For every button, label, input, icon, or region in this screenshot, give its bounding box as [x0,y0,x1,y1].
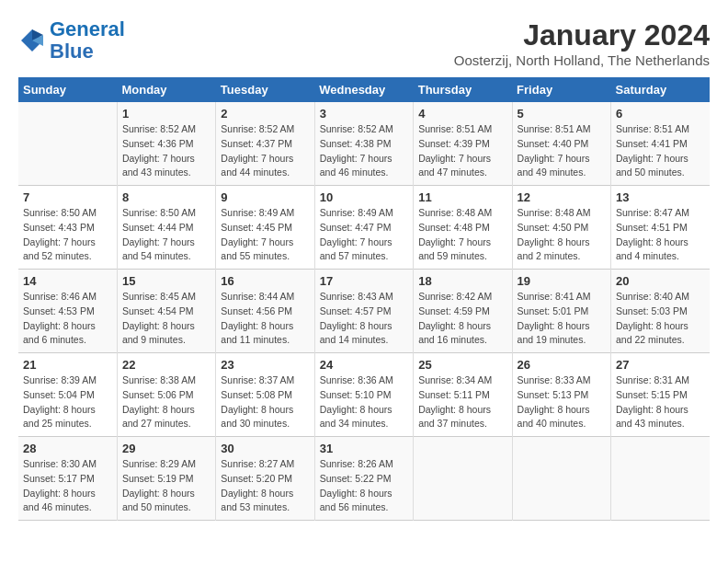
cell-week1-day6: 5Sunrise: 8:51 AMSunset: 4:40 PMDaylight… [512,102,610,186]
day-info: Sunrise: 8:51 AMSunset: 4:41 PMDaylight:… [616,122,705,180]
cell-week3-day7: 20Sunrise: 8:40 AMSunset: 5:03 PMDayligh… [611,270,710,353]
cell-week3-day4: 17Sunrise: 8:43 AMSunset: 4:57 PMDayligh… [314,270,413,353]
day-info: Sunrise: 8:46 AMSunset: 4:53 PMDaylight:… [23,290,112,348]
day-info: Sunrise: 8:42 AMSunset: 4:59 PMDaylight:… [418,290,506,348]
day-number: 2 [221,107,309,121]
week-row-5: 28Sunrise: 8:30 AMSunset: 5:17 PMDayligh… [18,437,710,521]
header-thursday: Thursday [414,77,512,102]
cell-week2-day7: 13Sunrise: 8:47 AMSunset: 4:51 PMDayligh… [611,186,710,270]
day-number: 29 [122,442,210,455]
day-number: 14 [23,274,112,288]
header-wednesday: Wednesday [314,77,413,102]
day-number: 6 [616,107,705,121]
day-number: 30 [221,442,309,455]
day-info: Sunrise: 8:40 AMSunset: 5:03 PMDaylight:… [616,290,705,348]
day-info: Sunrise: 8:30 AMSunset: 5:17 PMDaylight:… [23,457,112,515]
day-number: 7 [23,190,112,204]
cell-week2-day4: 10Sunrise: 8:49 AMSunset: 4:47 PMDayligh… [314,186,413,270]
day-number: 13 [616,190,705,204]
day-info: Sunrise: 8:27 AMSunset: 5:20 PMDaylight:… [221,457,309,515]
day-number: 22 [122,358,210,372]
day-number: 4 [418,107,506,121]
day-info: Sunrise: 8:50 AMSunset: 4:44 PMDaylight:… [122,206,210,264]
cell-week5-day1: 28Sunrise: 8:30 AMSunset: 5:17 PMDayligh… [18,437,117,521]
day-info: Sunrise: 8:49 AMSunset: 4:45 PMDaylight:… [221,206,309,264]
day-number: 15 [122,274,210,288]
day-info: Sunrise: 8:47 AMSunset: 4:51 PMDaylight:… [616,206,705,264]
cell-week3-day5: 18Sunrise: 8:42 AMSunset: 4:59 PMDayligh… [414,270,512,353]
cell-week5-day3: 30Sunrise: 8:27 AMSunset: 5:20 PMDayligh… [216,437,314,521]
week-row-3: 14Sunrise: 8:46 AMSunset: 4:53 PMDayligh… [18,270,710,353]
day-number: 21 [23,358,112,372]
cell-week1-day3: 2Sunrise: 8:52 AMSunset: 4:37 PMDaylight… [216,102,314,186]
header-saturday: Saturday [611,77,710,102]
cell-week1-day7: 6Sunrise: 8:51 AMSunset: 4:41 PMDaylight… [611,102,710,186]
day-number: 17 [320,274,408,288]
header-friday: Friday [512,77,610,102]
day-number: 24 [320,358,408,372]
day-info: Sunrise: 8:33 AMSunset: 5:13 PMDaylight:… [518,373,606,431]
header-monday: Monday [117,77,215,102]
day-number: 23 [221,358,309,372]
header-tuesday: Tuesday [216,77,314,102]
day-info: Sunrise: 8:29 AMSunset: 5:19 PMDaylight:… [122,457,210,515]
day-number: 8 [122,190,210,204]
day-number: 16 [221,274,309,288]
logo: General Blue [18,18,125,63]
day-info: Sunrise: 8:41 AMSunset: 5:01 PMDaylight:… [518,290,606,348]
day-number: 5 [518,107,606,121]
header-sunday: Sunday [18,77,117,102]
header-row: SundayMondayTuesdayWednesdayThursdayFrid… [18,77,710,102]
day-info: Sunrise: 8:51 AMSunset: 4:40 PMDaylight:… [518,122,606,180]
day-info: Sunrise: 8:31 AMSunset: 5:15 PMDaylight:… [616,373,705,431]
cell-week3-day1: 14Sunrise: 8:46 AMSunset: 4:53 PMDayligh… [18,270,117,353]
day-info: Sunrise: 8:26 AMSunset: 5:22 PMDaylight:… [320,457,408,515]
day-info: Sunrise: 8:39 AMSunset: 5:04 PMDaylight:… [23,373,112,431]
day-number: 18 [418,274,506,288]
day-info: Sunrise: 8:44 AMSunset: 4:56 PMDaylight:… [221,290,309,348]
cell-week3-day2: 15Sunrise: 8:45 AMSunset: 4:54 PMDayligh… [117,270,215,353]
day-number: 11 [418,190,506,204]
cell-week3-day6: 19Sunrise: 8:41 AMSunset: 5:01 PMDayligh… [512,270,610,353]
day-number: 12 [518,190,606,204]
day-info: Sunrise: 8:52 AMSunset: 4:37 PMDaylight:… [221,122,309,180]
cell-week5-day2: 29Sunrise: 8:29 AMSunset: 5:19 PMDayligh… [117,437,215,521]
day-info: Sunrise: 8:45 AMSunset: 4:54 PMDaylight:… [122,290,210,348]
cell-week4-day5: 25Sunrise: 8:34 AMSunset: 5:11 PMDayligh… [414,353,512,437]
day-number: 26 [518,358,606,372]
day-info: Sunrise: 8:51 AMSunset: 4:39 PMDaylight:… [418,122,506,180]
week-row-1: 1Sunrise: 8:52 AMSunset: 4:36 PMDaylight… [18,102,710,186]
cell-week1-day4: 3Sunrise: 8:52 AMSunset: 4:38 PMDaylight… [314,102,413,186]
cell-week2-day3: 9Sunrise: 8:49 AMSunset: 4:45 PMDaylight… [216,186,314,270]
day-info: Sunrise: 8:48 AMSunset: 4:48 PMDaylight:… [418,206,506,264]
day-number: 31 [320,442,408,455]
cell-week4-day7: 27Sunrise: 8:31 AMSunset: 5:15 PMDayligh… [611,353,710,437]
day-info: Sunrise: 8:38 AMSunset: 5:06 PMDaylight:… [122,373,210,431]
page-header: General Blue January 2024 Oosterzij, Nor… [18,18,710,68]
cell-week1-day5: 4Sunrise: 8:51 AMSunset: 4:39 PMDaylight… [414,102,512,186]
calendar-table: SundayMondayTuesdayWednesdayThursdayFrid… [18,77,710,521]
day-number: 25 [418,358,506,372]
day-info: Sunrise: 8:37 AMSunset: 5:08 PMDaylight:… [221,373,309,431]
title-block: January 2024 Oosterzij, North Holland, T… [454,18,710,68]
cell-week1-day2: 1Sunrise: 8:52 AMSunset: 4:36 PMDaylight… [117,102,215,186]
day-info: Sunrise: 8:50 AMSunset: 4:43 PMDaylight:… [23,206,112,264]
day-info: Sunrise: 8:52 AMSunset: 4:38 PMDaylight:… [320,122,408,180]
day-number: 9 [221,190,309,204]
cell-week2-day6: 12Sunrise: 8:48 AMSunset: 4:50 PMDayligh… [512,186,610,270]
cell-week3-day3: 16Sunrise: 8:44 AMSunset: 4:56 PMDayligh… [216,270,314,353]
day-number: 10 [320,190,408,204]
cell-week5-day5 [414,437,512,521]
logo-icon [18,27,46,54]
day-info: Sunrise: 8:34 AMSunset: 5:11 PMDaylight:… [418,373,506,431]
day-info: Sunrise: 8:48 AMSunset: 4:50 PMDaylight:… [518,206,606,264]
logo-text: General Blue [50,18,125,63]
day-number: 19 [518,274,606,288]
cell-week5-day6 [512,437,610,521]
day-number: 1 [122,107,210,121]
cell-week2-day1: 7Sunrise: 8:50 AMSunset: 4:43 PMDaylight… [18,186,117,270]
logo-line2: Blue [50,40,94,63]
cell-week4-day3: 23Sunrise: 8:37 AMSunset: 5:08 PMDayligh… [216,353,314,437]
cell-week4-day4: 24Sunrise: 8:36 AMSunset: 5:10 PMDayligh… [314,353,413,437]
day-number: 28 [23,442,112,455]
